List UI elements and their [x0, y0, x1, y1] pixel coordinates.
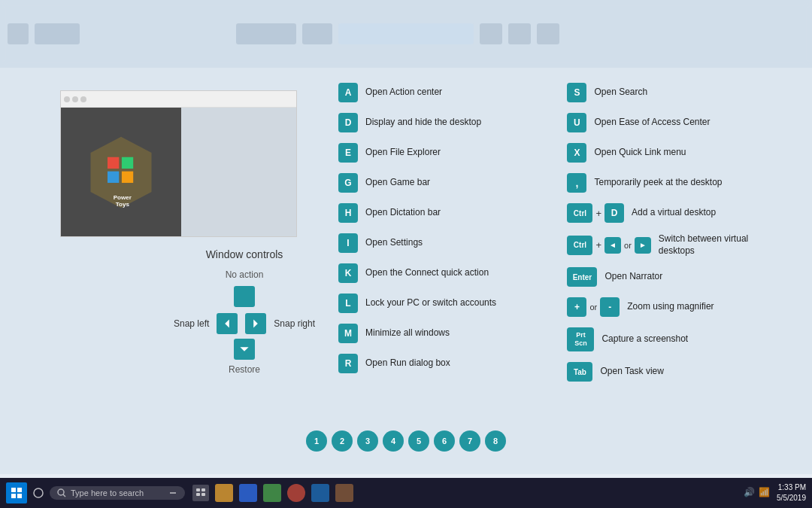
- wc-title: Window controls: [120, 248, 368, 260]
- page-3[interactable]: 3: [357, 430, 378, 452]
- hex-logo: Power Toys: [87, 133, 155, 211]
- store-btn[interactable]: [263, 484, 281, 502]
- shortcuts-right-col: S Open Search U Open Ease of Access Cent…: [567, 83, 770, 392]
- shortcut-row-h: H Open Dictation bar: [338, 203, 541, 223]
- svg-text:Power: Power: [114, 194, 132, 201]
- file-explorer-btn[interactable]: [215, 484, 233, 502]
- top-icon-6: [480, 23, 502, 44]
- restore-btn[interactable]: [234, 339, 255, 360]
- shortcut-row-comma: , Temporarily peek at the desktop: [567, 173, 770, 193]
- task-view-btn[interactable]: [192, 485, 209, 501]
- key-ctrl-2: Ctrl: [567, 236, 592, 255]
- shortcut-row-i: I Open Settings: [338, 233, 541, 253]
- desc-r: Open Run dialog box: [365, 357, 450, 370]
- or-1: or: [624, 241, 632, 250]
- desc-h: Open Dictation bar: [365, 207, 441, 219]
- shortcut-row-x: X Open Quick Link menu: [567, 143, 770, 163]
- page-6[interactable]: 6: [434, 430, 455, 452]
- desc-plusminus: Zoom using magnifier: [627, 301, 714, 313]
- svg-marker-15: [254, 319, 259, 327]
- top-icon-7: [508, 23, 531, 44]
- top-bar: [0, 0, 812, 68]
- preview-titlebar: [61, 91, 296, 108]
- key-ctrl-1: Ctrl: [567, 203, 592, 223]
- vscode-btn[interactable]: [311, 484, 329, 502]
- page-2[interactable]: 2: [332, 430, 353, 452]
- date-display: 5/5/2019: [777, 493, 806, 503]
- desc-a: Open Action center: [365, 87, 442, 99]
- titlebar-dot-3: [80, 96, 86, 102]
- page-5[interactable]: 5: [408, 430, 429, 452]
- key-x: X: [567, 143, 586, 163]
- key-u: U: [567, 113, 586, 132]
- top-icon-4: [302, 23, 332, 44]
- key-a: A: [338, 83, 358, 102]
- edge-btn[interactable]: [239, 484, 257, 502]
- svg-rect-8: [108, 157, 119, 168]
- search-bar[interactable]: Type here to search: [50, 486, 185, 500]
- svg-point-21: [34, 488, 43, 497]
- wc-snap-row: Snap left Snap right: [120, 313, 368, 334]
- volume-icon: 📶: [759, 487, 771, 499]
- key-i: I: [338, 233, 358, 253]
- key-comma: ,: [567, 173, 586, 193]
- wc-no-action: No action: [120, 269, 368, 280]
- desc-x: Open Quick Link menu: [594, 147, 686, 159]
- chrome-btn[interactable]: [287, 484, 305, 502]
- page-1[interactable]: 1: [306, 430, 327, 452]
- shortcuts-left-col: A Open Action center D Display and hide …: [338, 83, 541, 384]
- desc-comma: Temporarily peek at the desktop: [594, 177, 722, 189]
- svg-rect-28: [201, 493, 205, 496]
- desc-g: Open Game bar: [365, 177, 430, 189]
- key-m: M: [338, 324, 358, 343]
- shortcut-row-prtscn: PrtScn Capture a screenshot: [567, 327, 770, 351]
- time-display: 1:33 PM: [777, 482, 806, 493]
- shortcut-row-enter: Enter Open Narrator: [567, 267, 770, 287]
- taskbar: Type here to search 🔊 📶 1:33 PM 5/5/20: [0, 478, 812, 508]
- pagination: 1 2 3 4 5 6 7 8: [306, 430, 506, 452]
- svg-rect-25: [196, 488, 200, 491]
- main-area: Power Toys Window controls No action Sna…: [0, 68, 812, 474]
- snap-right-btn[interactable]: [245, 313, 266, 334]
- shortcut-row-ctrl-arrows: Ctrl + ◄ or ► Switch between virtual des…: [567, 233, 770, 257]
- desc-ctrl-arrows: Switch between virtual desktops: [659, 233, 771, 257]
- page-7[interactable]: 7: [459, 430, 480, 452]
- taskbar-icons: [192, 484, 353, 502]
- preview-right: [181, 108, 296, 236]
- svg-text:Toys: Toys: [116, 201, 130, 208]
- powertoys-btn[interactable]: [335, 484, 353, 502]
- desc-l: Lock your PC or switch accounts: [365, 297, 496, 309]
- desc-prtscn: Capture a screenshot: [601, 333, 688, 345]
- key-right-arrow: ►: [635, 237, 651, 254]
- plus-2: +: [595, 239, 601, 251]
- key-g: G: [338, 173, 358, 193]
- shortcut-row-a: A Open Action center: [338, 83, 541, 102]
- svg-rect-20: [17, 494, 22, 498]
- key-h: H: [338, 203, 358, 223]
- shortcut-row-e: E Open File Explorer: [338, 143, 541, 163]
- shortcut-row-u: U Open Ease of Access Center: [567, 113, 770, 132]
- shortcut-row-r: R Open Run dialog box: [338, 354, 541, 373]
- shortcut-row-m: M Minimize all windows: [338, 324, 541, 343]
- snap-left-btn[interactable]: [217, 313, 238, 334]
- page-8[interactable]: 8: [485, 430, 506, 452]
- key-minus: -: [600, 297, 620, 317]
- top-icon-5: [338, 23, 474, 44]
- plusminus-combo: + or -: [567, 297, 620, 317]
- shortcut-row-d: D Display and hide the desktop: [338, 113, 541, 132]
- shortcut-row-l: L Lock your PC or switch accounts: [338, 294, 541, 313]
- ctrl-d-combo: Ctrl + D: [567, 203, 624, 223]
- key-d-vd: D: [604, 203, 624, 223]
- preview-body: Power Toys: [61, 108, 296, 236]
- ctrl-arrows-combo: Ctrl + ◄ or ►: [567, 236, 650, 255]
- desc-tab: Open Task view: [600, 366, 664, 378]
- cortana-button[interactable]: [32, 486, 45, 500]
- key-tab: Tab: [567, 362, 592, 382]
- shortcut-row-g: G Open Game bar: [338, 173, 541, 193]
- network-icon: 🔊: [744, 487, 756, 499]
- page-4[interactable]: 4: [383, 430, 404, 452]
- svg-rect-17: [11, 488, 16, 492]
- start-button[interactable]: [6, 482, 27, 503]
- key-d: D: [338, 113, 358, 132]
- svg-line-23: [63, 494, 65, 497]
